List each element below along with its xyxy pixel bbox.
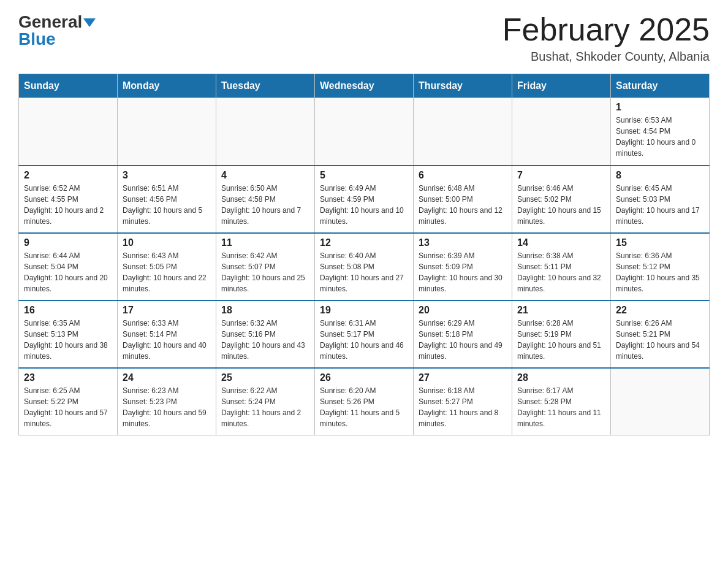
- logo: General Blue: [18, 12, 96, 49]
- calendar-cell: 26Sunrise: 6:20 AMSunset: 5:26 PMDayligh…: [315, 368, 414, 435]
- day-info: Sunrise: 6:29 AMSunset: 5:18 PMDaylight:…: [419, 318, 507, 362]
- calendar-cell: 5Sunrise: 6:49 AMSunset: 4:59 PMDaylight…: [315, 166, 414, 233]
- day-number: 28: [517, 372, 605, 383]
- calendar-cell: 3Sunrise: 6:51 AMSunset: 4:56 PMDaylight…: [118, 166, 216, 233]
- day-number: 26: [320, 372, 408, 383]
- day-info: Sunrise: 6:33 AMSunset: 5:14 PMDaylight:…: [123, 318, 211, 362]
- calendar-cell: 7Sunrise: 6:46 AMSunset: 5:02 PMDaylight…: [512, 166, 611, 233]
- calendar-header-tuesday: Tuesday: [216, 74, 315, 98]
- calendar-week-row: 9Sunrise: 6:44 AMSunset: 5:04 PMDaylight…: [19, 233, 710, 301]
- calendar-cell: 1Sunrise: 6:53 AMSunset: 4:54 PMDaylight…: [611, 98, 710, 166]
- day-info: Sunrise: 6:51 AMSunset: 4:56 PMDaylight:…: [123, 183, 211, 227]
- day-info: Sunrise: 6:43 AMSunset: 5:05 PMDaylight:…: [123, 250, 211, 294]
- day-number: 9: [24, 237, 112, 248]
- calendar-cell: 18Sunrise: 6:32 AMSunset: 5:16 PMDayligh…: [216, 301, 315, 368]
- calendar-cell: 10Sunrise: 6:43 AMSunset: 5:05 PMDayligh…: [118, 233, 216, 301]
- day-number: 20: [419, 305, 507, 316]
- day-number: 3: [123, 170, 211, 181]
- day-info: Sunrise: 6:31 AMSunset: 5:17 PMDaylight:…: [320, 318, 408, 362]
- day-number: 2: [24, 170, 112, 181]
- page-header: General Blue February 2025 Bushat, Shkod…: [18, 12, 710, 64]
- title-area: February 2025 Bushat, Shkoder County, Al…: [502, 12, 710, 64]
- calendar-header-friday: Friday: [512, 74, 611, 98]
- day-number: 13: [419, 237, 507, 248]
- calendar-cell: [414, 98, 512, 166]
- day-info: Sunrise: 6:20 AMSunset: 5:26 PMDaylight:…: [320, 385, 408, 429]
- calendar-cell: 6Sunrise: 6:48 AMSunset: 5:00 PMDaylight…: [414, 166, 512, 233]
- day-info: Sunrise: 6:49 AMSunset: 4:59 PMDaylight:…: [320, 183, 408, 227]
- day-number: 17: [123, 305, 211, 316]
- calendar-cell: [512, 98, 611, 166]
- day-info: Sunrise: 6:42 AMSunset: 5:07 PMDaylight:…: [221, 250, 309, 294]
- calendar-cell: 2Sunrise: 6:52 AMSunset: 4:55 PMDaylight…: [19, 166, 118, 233]
- day-info: Sunrise: 6:36 AMSunset: 5:12 PMDaylight:…: [616, 250, 704, 294]
- day-number: 5: [320, 170, 408, 181]
- day-number: 1: [616, 102, 704, 113]
- calendar-cell: 16Sunrise: 6:35 AMSunset: 5:13 PMDayligh…: [19, 301, 118, 368]
- day-number: 10: [123, 237, 211, 248]
- calendar-header-saturday: Saturday: [611, 74, 710, 98]
- day-info: Sunrise: 6:52 AMSunset: 4:55 PMDaylight:…: [24, 183, 112, 227]
- day-info: Sunrise: 6:40 AMSunset: 5:08 PMDaylight:…: [320, 250, 408, 294]
- day-number: 25: [221, 372, 309, 383]
- day-number: 4: [221, 170, 309, 181]
- calendar-cell: 9Sunrise: 6:44 AMSunset: 5:04 PMDaylight…: [19, 233, 118, 301]
- day-number: 24: [123, 372, 211, 383]
- calendar-cell: 19Sunrise: 6:31 AMSunset: 5:17 PMDayligh…: [315, 301, 414, 368]
- calendar-table: SundayMondayTuesdayWednesdayThursdayFrid…: [18, 74, 710, 435]
- day-number: 8: [616, 170, 704, 181]
- month-title: February 2025: [502, 12, 710, 47]
- day-number: 14: [517, 237, 605, 248]
- calendar-cell: 15Sunrise: 6:36 AMSunset: 5:12 PMDayligh…: [611, 233, 710, 301]
- calendar-cell: 12Sunrise: 6:40 AMSunset: 5:08 PMDayligh…: [315, 233, 414, 301]
- day-number: 18: [221, 305, 309, 316]
- day-number: 22: [616, 305, 704, 316]
- day-info: Sunrise: 6:39 AMSunset: 5:09 PMDaylight:…: [419, 250, 507, 294]
- day-number: 23: [24, 372, 112, 383]
- day-info: Sunrise: 6:35 AMSunset: 5:13 PMDaylight:…: [24, 318, 112, 362]
- day-info: Sunrise: 6:18 AMSunset: 5:27 PMDaylight:…: [419, 385, 507, 429]
- day-number: 11: [221, 237, 309, 248]
- calendar-week-row: 16Sunrise: 6:35 AMSunset: 5:13 PMDayligh…: [19, 301, 710, 368]
- calendar-week-row: 2Sunrise: 6:52 AMSunset: 4:55 PMDaylight…: [19, 166, 710, 233]
- day-info: Sunrise: 6:53 AMSunset: 4:54 PMDaylight:…: [616, 115, 704, 159]
- calendar-header-row: SundayMondayTuesdayWednesdayThursdayFrid…: [19, 74, 710, 98]
- day-number: 27: [419, 372, 507, 383]
- calendar-cell: 28Sunrise: 6:17 AMSunset: 5:28 PMDayligh…: [512, 368, 611, 435]
- day-number: 15: [616, 237, 704, 248]
- calendar-cell: [315, 98, 414, 166]
- day-number: 19: [320, 305, 408, 316]
- day-info: Sunrise: 6:23 AMSunset: 5:23 PMDaylight:…: [123, 385, 211, 429]
- calendar-header-monday: Monday: [118, 74, 216, 98]
- calendar-cell: [611, 368, 710, 435]
- day-info: Sunrise: 6:44 AMSunset: 5:04 PMDaylight:…: [24, 250, 112, 294]
- calendar-cell: 8Sunrise: 6:45 AMSunset: 5:03 PMDaylight…: [611, 166, 710, 233]
- calendar-cell: 13Sunrise: 6:39 AMSunset: 5:09 PMDayligh…: [414, 233, 512, 301]
- calendar-header-thursday: Thursday: [414, 74, 512, 98]
- calendar-cell: [118, 98, 216, 166]
- calendar-cell: 27Sunrise: 6:18 AMSunset: 5:27 PMDayligh…: [414, 368, 512, 435]
- logo-arrow-icon: [83, 18, 96, 27]
- calendar-cell: 17Sunrise: 6:33 AMSunset: 5:14 PMDayligh…: [118, 301, 216, 368]
- calendar-cell: 22Sunrise: 6:26 AMSunset: 5:21 PMDayligh…: [611, 301, 710, 368]
- calendar-cell: 25Sunrise: 6:22 AMSunset: 5:24 PMDayligh…: [216, 368, 315, 435]
- day-number: 16: [24, 305, 112, 316]
- day-info: Sunrise: 6:48 AMSunset: 5:00 PMDaylight:…: [419, 183, 507, 227]
- calendar-header-sunday: Sunday: [19, 74, 118, 98]
- day-info: Sunrise: 6:22 AMSunset: 5:24 PMDaylight:…: [221, 385, 309, 429]
- calendar-cell: 4Sunrise: 6:50 AMSunset: 4:58 PMDaylight…: [216, 166, 315, 233]
- calendar-cell: 11Sunrise: 6:42 AMSunset: 5:07 PMDayligh…: [216, 233, 315, 301]
- logo-blue: Blue: [18, 29, 56, 49]
- calendar-cell: 24Sunrise: 6:23 AMSunset: 5:23 PMDayligh…: [118, 368, 216, 435]
- day-info: Sunrise: 6:25 AMSunset: 5:22 PMDaylight:…: [24, 385, 112, 429]
- day-number: 7: [517, 170, 605, 181]
- calendar-header-wednesday: Wednesday: [315, 74, 414, 98]
- calendar-cell: [19, 98, 118, 166]
- day-info: Sunrise: 6:26 AMSunset: 5:21 PMDaylight:…: [616, 318, 704, 362]
- day-info: Sunrise: 6:46 AMSunset: 5:02 PMDaylight:…: [517, 183, 605, 227]
- calendar-week-row: 23Sunrise: 6:25 AMSunset: 5:22 PMDayligh…: [19, 368, 710, 435]
- day-info: Sunrise: 6:45 AMSunset: 5:03 PMDaylight:…: [616, 183, 704, 227]
- day-number: 6: [419, 170, 507, 181]
- location-subtitle: Bushat, Shkoder County, Albania: [502, 50, 710, 64]
- calendar-cell: 14Sunrise: 6:38 AMSunset: 5:11 PMDayligh…: [512, 233, 611, 301]
